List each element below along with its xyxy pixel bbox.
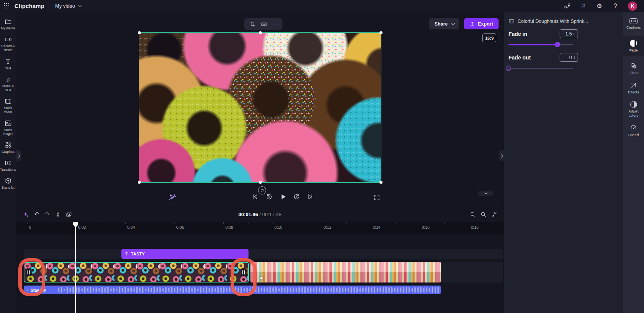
fade-out-slider-thumb[interactable] [506,66,511,71]
user-avatar[interactable]: K [628,2,637,11]
ruler-label: 0:18 [471,225,478,230]
forward-5s-button[interactable]: 5 [292,193,301,201]
folder-icon [5,18,12,25]
resize-handle-bottom-center[interactable] [259,181,262,184]
magic-cursor-icon[interactable] [168,193,176,202]
fade-in-slider-thumb[interactable] [555,42,560,47]
sidebar-item-my-media[interactable]: My media [0,16,16,32]
sidebar-item-music-sfx[interactable]: ♫ Music & SFX [0,74,16,93]
fade-in-value-input[interactable]: 1.5 s [560,29,578,38]
fade-in-label: Fade in [508,31,527,37]
audio-clip[interactable]: ♪ Stay Fly [24,286,441,294]
rail-item-captions[interactable]: CC Captions [623,15,644,33]
rewind-5s-button[interactable]: 5 [265,193,273,201]
speed-gauge-icon [630,124,637,132]
skip-start-button[interactable] [251,193,260,201]
playhead-line[interactable] [75,223,76,313]
play-button[interactable] [279,193,287,201]
split-scissors-button[interactable]: ✂ [53,210,63,219]
fit-timeline-button[interactable] [489,210,499,219]
redo-button[interactable]: ↷ [43,210,52,219]
ruler-label: 0:06 [176,225,184,230]
ruler-label: 0:12 [324,225,331,230]
chevron-down-icon [451,21,455,25]
ruler-tick [150,222,150,224]
sidebar-item-record-create[interactable]: Record & create [0,34,16,53]
expand-sidebar-tab[interactable] [16,150,21,161]
text-clip-icon: T [125,252,128,256]
aspect-ratio-badge[interactable]: 16:9 [483,34,496,42]
filters-icon [630,62,637,69]
timeline-ruler[interactable]: 00:020:040:060:080:100:120:140:160:18 [16,222,504,234]
video-clip-2[interactable] [250,262,441,283]
ruler-label: 0:08 [225,225,233,230]
resize-handle-top-left[interactable] [138,31,141,34]
right-tool-rail: CC Captions Fade Filters Effects Adjust … [623,12,644,313]
resize-handle-top-center[interactable] [259,31,262,34]
app-title: Clipchamp [15,3,44,9]
fade-out-slider[interactable] [508,66,573,71]
collapse-timeline-button[interactable] [478,191,493,196]
integrations-icon[interactable] [564,3,571,10]
crop-icon[interactable] [249,21,256,27]
brand-kit-icon [5,177,12,185]
music-note-icon: ♫ [6,76,10,83]
rotate-icon [260,188,265,193]
resize-handle-bottom-left[interactable] [138,181,141,184]
ruler-tick [273,222,273,224]
sidebar-item-stock-video[interactable]: Stock video [0,96,16,115]
rail-item-speed[interactable]: Speed [623,121,644,140]
timeline-panel: ↶ ↷ ✂ 00:01.96 / 00:17.48 00:02 [16,208,504,313]
aspect-fit-icon[interactable] [261,21,267,27]
clipchamp-app: Clipchamp My video ⚐ ⚙ ? K My media Reco… [0,0,644,313]
fade-in-handle[interactable] [26,268,32,276]
ruler-tick [125,222,126,224]
captions-icon: CC [629,18,638,24]
sidebar-item-stock-images[interactable]: Stock images [0,118,16,137]
video-clip-selected[interactable] [24,262,249,283]
share-button[interactable]: Share [429,18,459,29]
time-display: 00:01.96 / 00:17.48 [239,212,282,217]
rail-item-adjust-colors[interactable]: Adjust colors [623,98,644,121]
fade-out-value-input[interactable]: 0 s [560,53,578,62]
project-name-menu[interactable]: My video [55,3,80,9]
help-icon[interactable]: ? [612,3,619,10]
skip-end-button[interactable] [306,193,315,201]
ruler-label: 0:14 [373,225,380,230]
ruler-label: 0:16 [422,225,429,230]
sidebar-item-graphics[interactable]: Graphics [0,140,16,155]
video-preview[interactable] [139,33,381,182]
app-launcher-icon[interactable] [4,3,10,9]
zoom-in-button[interactable] [479,210,488,219]
ai-suggestions-icon[interactable] [21,210,31,219]
export-button[interactable]: Export [464,18,499,29]
top-bar: Clipchamp My video ⚐ ⚙ ? K [0,0,644,12]
timeline-toolbar: ↶ ↷ ✂ 00:01.96 / 00:17.48 [16,208,504,220]
duplicate-button[interactable] [64,210,73,219]
fullscreen-icon[interactable] [373,194,380,201]
ruler-tick [27,222,27,224]
sidebar-item-brand-kit[interactable]: Brand kit [0,176,16,191]
rotate-handle[interactable] [258,186,266,194]
sidebar-item-text[interactable]: T Text [0,56,16,72]
waveform [58,286,439,294]
settings-gear-icon[interactable]: ⚙ [596,3,603,10]
more-options-icon[interactable]: ⋯ [272,22,278,26]
rail-item-fade[interactable]: Fade [623,36,644,56]
undo-button[interactable]: ↶ [32,210,41,219]
resize-handle-top-right[interactable] [379,31,383,34]
collapse-panel-tab[interactable] [499,150,504,161]
fade-out-handle[interactable] [241,268,247,276]
resize-handle-bottom-right[interactable] [379,181,383,184]
flag-icon[interactable]: ⚐ [580,3,587,10]
text-clip[interactable]: T TASTY [121,249,249,259]
zoom-out-button[interactable] [468,210,477,219]
ruler-tick [101,222,101,224]
text-clip-label: TASTY [131,252,145,256]
rail-item-filters[interactable]: Filters [623,59,644,78]
fade-in-slider[interactable] [508,42,573,47]
sidebar-item-transitions[interactable]: Transitions [0,158,16,173]
rail-item-effects[interactable]: Effects [623,78,644,98]
rail-divider [627,34,641,34]
camera-icon [5,36,12,43]
